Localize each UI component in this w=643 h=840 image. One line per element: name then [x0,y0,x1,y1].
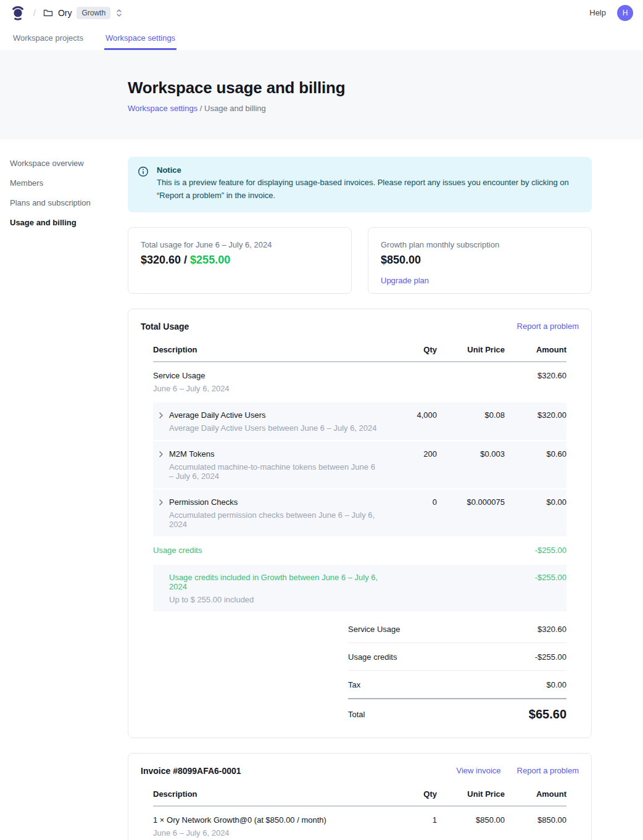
col-amount: Amount [505,789,566,799]
breadcrumb-separator: / [33,8,36,18]
col-description: Description [153,345,381,354]
total-usage-invoice-card: Total Usage Report a problem Description… [128,309,592,738]
summary-cards: Total usage for June 6 – July 6, 2024 $3… [128,227,592,294]
chevron-right-icon[interactable] [153,497,169,529]
service-usage-amount: $320.60 [505,371,566,380]
sidebar-item-members[interactable]: Members [10,177,128,189]
line-item-subtitle: Accumulated permission checks between Ju… [169,510,381,529]
chevron-updown-icon[interactable] [115,9,123,17]
summary-row-usage-credits: Usage credits-$255.00 [348,643,566,671]
credits-detail-subtitle: Up to $ 255.00 included [169,595,381,604]
view-invoice-link[interactable]: View invoice [457,766,501,775]
summary-row-service-usage: Service Usage$320.60 [348,615,566,643]
table-row-permission-checks: Permission Checks Accumulated permission… [153,489,566,536]
sidebar-item-workspace-overview[interactable]: Workspace overview [10,157,128,170]
total-usage-card: Total usage for June 6 – July 6, 2024 $3… [128,227,352,294]
plan-label: Growth plan monthly subscription [381,240,579,249]
total-usage-value: $320.60 / $255.00 [141,254,339,267]
usage-table-header: Description Qty Unit Price Amount [153,340,566,362]
invoice-title: Invoice #8099AFA6-0001 [141,766,241,776]
line-item-title: Average Daily Active Users [169,410,381,420]
table-row-m2m-tokens: M2M Tokens Accumulated machine-to-machin… [153,441,566,488]
table-row-adau: Average Daily Active Users Average Daily… [153,402,566,440]
sidebar-item-plans-subscription[interactable]: Plans and subscription [10,196,128,209]
workspace-switcher[interactable]: Ory Growth [43,7,123,19]
line-item-subtitle: Accumulated machine-to-machine tokens be… [169,462,381,481]
total-usage-title: Total Usage [141,322,189,331]
summary-row-tax: Tax$0.00 [348,671,566,699]
line-item-subtitle: Average Daily Active Users between June … [169,423,381,433]
notice-body: This is a preview feature for displaying… [157,177,577,202]
help-button[interactable]: Help [589,8,606,17]
usage-summary: Service Usage$320.60 Usage credits-$255.… [348,615,566,725]
line-item-title: M2M Tokens [169,449,381,459]
table-row-usage-credits: Usage credits -$255.00 [153,536,566,563]
workspace-tabs: Workspace projects Workspace settings [0,25,643,50]
line-item-unit-price: $0.003 [437,449,505,459]
plan-amount: $850.00 [381,254,579,267]
col-qty: Qty [381,345,437,354]
chevron-right-icon[interactable] [153,449,169,481]
avatar[interactable]: H [617,5,633,21]
line-item-amount: $0.60 [505,449,566,459]
line-item-unit-price: $0.08 [437,410,505,420]
main-area: Workspace overview Members Plans and sub… [0,139,643,840]
invoice-line-period: June 6 – July 6, 2024 [153,828,381,838]
tab-workspace-projects[interactable]: Workspace projects [12,25,85,50]
usage-credits-title: Usage credits [153,546,381,555]
invoice-line-title: 1 × Ory Network Growth@0 (at $850.00 / m… [153,815,381,825]
line-item-qty: 200 [381,449,437,459]
col-amount: Amount [505,345,566,354]
breadcrumb-settings-link[interactable]: Workspace settings [128,104,197,113]
notice-title: Notice [157,165,577,175]
table-row-service-usage: Service Usage June 6 – July 6, 2024 $320… [153,362,566,401]
invoice-line-unit-price: $850.00 [437,815,505,825]
line-item-amount: $320.00 [505,410,566,420]
service-usage-title: Service Usage [153,371,381,380]
invoice-card: Invoice #8099AFA6-0001 View invoice Repo… [128,753,592,840]
col-description: Description [153,789,381,799]
folder-icon [43,8,53,18]
ory-logo-icon[interactable] [10,5,26,21]
col-unit-price: Unit Price [437,345,505,354]
invoice-line-amount: $850.00 [505,815,566,825]
workspace-name: Ory [58,8,72,18]
breadcrumb: Workspace settings / Usage and billing [128,104,643,113]
usage-table: Description Qty Unit Price Amount Servic… [153,340,566,612]
invoice-line-row: 1 × Ory Network Growth@0 (at $850.00 / m… [153,807,566,840]
line-item-amount: $0.00 [505,497,566,507]
report-problem-link-invoice[interactable]: Report a problem [517,766,579,775]
page-title: Workspace usage and billing [128,78,643,98]
invoice-table-header: Description Qty Unit Price Amount [153,784,566,807]
line-item-qty: 4,000 [381,410,437,420]
line-item-qty: 0 [381,497,437,507]
chevron-right-icon[interactable] [153,410,169,433]
col-unit-price: Unit Price [437,789,505,799]
upgrade-plan-link[interactable]: Upgrade plan [381,276,429,285]
content-column: Notice This is a preview feature for dis… [128,157,592,840]
info-icon [138,166,149,202]
line-item-unit-price: $0.000075 [437,497,505,507]
tab-workspace-settings[interactable]: Workspace settings [104,25,176,50]
credits-detail-amount: -$255.00 [505,573,566,582]
summary-row-total: Total$65.60 [348,699,566,725]
total-usage-label: Total usage for June 6 – July 6, 2024 [141,240,339,249]
service-usage-period: June 6 – July 6, 2024 [153,384,381,393]
plan-badge: Growth [77,7,110,19]
settings-sidenav: Workspace overview Members Plans and sub… [0,157,128,840]
breadcrumb-divider: / [197,104,204,113]
usage-grand-total: $65.60 [529,707,566,721]
page-header: Workspace usage and billing Workspace se… [0,50,643,139]
top-bar: / Ory Growth Help H [0,0,643,25]
notice-banner: Notice This is a preview feature for dis… [128,157,592,212]
sidebar-item-usage-billing[interactable]: Usage and billing [10,216,128,229]
col-qty: Qty [381,789,437,799]
report-problem-link-usage[interactable]: Report a problem [517,322,579,331]
plan-subscription-card: Growth plan monthly subscription $850.00… [368,227,592,294]
breadcrumb-current: Usage and billing [204,104,266,113]
usage-credit-value: $255.00 [190,254,230,266]
usage-credits-amount: -$255.00 [505,546,566,555]
table-row-credits-detail: Usage credits included in Growth between… [153,565,566,612]
line-item-title: Permission Checks [169,497,381,507]
invoice-table: Description Qty Unit Price Amount 1 × Or… [153,784,566,840]
